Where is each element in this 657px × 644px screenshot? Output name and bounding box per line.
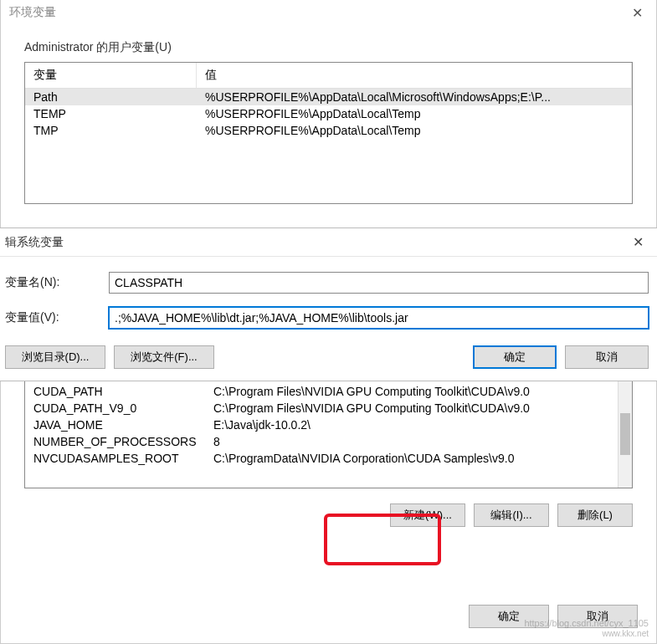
cell-val: %USERPROFILE%\AppData\Local\Microsoft\Wi… (197, 89, 632, 105)
cell-var: NUMBER_OF_PROCESSORS (25, 433, 205, 450)
titlebar: 环境变量 ✕ (1, 0, 656, 25)
var-name-input[interactable] (109, 272, 649, 294)
cell-var: TMP (25, 122, 197, 139)
cell-var: NVCUDASAMPLES_ROOT (25, 450, 205, 467)
table-row[interactable]: TEMP%USERPROFILE%\AppData\Local\Temp (25, 105, 632, 122)
list-header: 变量 值 (25, 63, 632, 89)
cell-val: E:\Java\jdk-10.0.2\ (205, 417, 632, 433)
cell-var: Path (25, 89, 197, 105)
scrollbar-thumb[interactable] (620, 413, 630, 455)
cell-val: %USERPROFILE%\AppData\Local\Temp (197, 105, 632, 122)
cell-var: CUDA_PATH_V9_0 (25, 400, 205, 417)
edit-system-var-dialog: 辑系统变量 ✕ 变量名(N): 变量值(V): 浏览目录(D)... 浏览文件(… (0, 227, 657, 381)
table-row[interactable]: NUMBER_OF_PROCESSORS8 (25, 433, 632, 450)
cell-val: C:\Program Files\NVIDIA GPU Computing To… (205, 400, 632, 417)
header-value[interactable]: 值 (197, 63, 632, 88)
table-row[interactable]: Path%USERPROFILE%\AppData\Local\Microsof… (25, 89, 632, 105)
edit-cancel-button[interactable]: 取消 (565, 345, 649, 369)
cell-var: JAVA_HOME (25, 417, 205, 433)
cell-var: TEMP (25, 105, 197, 122)
table-row[interactable]: CUDA_PATH_V9_0C:\Program Files\NVIDIA GP… (25, 400, 632, 417)
cell-val: C:\Program Files\NVIDIA GPU Computing To… (205, 383, 632, 400)
delete-button[interactable]: 删除(L) (557, 503, 633, 527)
ok-button[interactable]: 确定 (469, 605, 549, 628)
table-row[interactable]: TMP%USERPROFILE%\AppData\Local\Temp (25, 122, 632, 139)
system-buttons-row: 新建(W)... 编辑(I)... 删除(L) (24, 503, 633, 527)
table-row[interactable]: JAVA_HOMEE:\Java\jdk-10.0.2\ (25, 417, 632, 433)
table-row[interactable]: NVCUDASAMPLES_ROOTC:\ProgramData\NVIDIA … (25, 450, 632, 467)
cell-var: CUDA_PATH (25, 383, 205, 400)
cell-val: 8 (205, 433, 632, 450)
close-icon[interactable]: ✕ (627, 5, 648, 21)
header-variable[interactable]: 变量 (25, 63, 197, 88)
user-vars-list[interactable]: 变量 值 Path%USERPROFILE%\AppData\Local\Mic… (24, 62, 633, 204)
dialog-buttons: 确定 取消 (469, 605, 638, 628)
table-row[interactable]: CUDA_PATHC:\Program Files\NVIDIA GPU Com… (25, 383, 632, 400)
var-value-row: 变量值(V): (5, 307, 649, 329)
edit-dialog-title: 辑系统变量 (5, 235, 64, 250)
edit-button[interactable]: 编辑(I)... (474, 503, 549, 527)
new-button[interactable]: 新建(W)... (390, 503, 465, 527)
browse-dir-button[interactable]: 浏览目录(D)... (5, 345, 105, 369)
var-name-label: 变量名(N): (5, 275, 109, 290)
close-icon[interactable]: ✕ (628, 234, 649, 250)
system-vars-list[interactable]: CUDA_PATHC:\Program Files\NVIDIA GPU Com… (24, 380, 633, 488)
edit-ok-button[interactable]: 确定 (473, 345, 557, 369)
var-value-input[interactable] (109, 307, 649, 329)
scrollbar[interactable] (618, 380, 632, 488)
var-name-row: 变量名(N): (5, 272, 649, 294)
edit-dialog-buttons: 浏览目录(D)... 浏览文件(F)... 确定 取消 (0, 342, 657, 369)
edit-dialog-titlebar: 辑系统变量 ✕ (0, 228, 657, 257)
dialog-title: 环境变量 (9, 5, 56, 20)
cell-val: %USERPROFILE%\AppData\Local\Temp (197, 122, 632, 139)
cancel-button[interactable]: 取消 (557, 605, 638, 628)
cell-val: C:\ProgramData\NVIDIA Corporation\CUDA S… (205, 450, 632, 467)
browse-file-button[interactable]: 浏览文件(F)... (114, 345, 214, 369)
user-vars-label: Administrator 的用户变量(U) (24, 40, 656, 55)
var-value-label: 变量值(V): (5, 310, 109, 325)
